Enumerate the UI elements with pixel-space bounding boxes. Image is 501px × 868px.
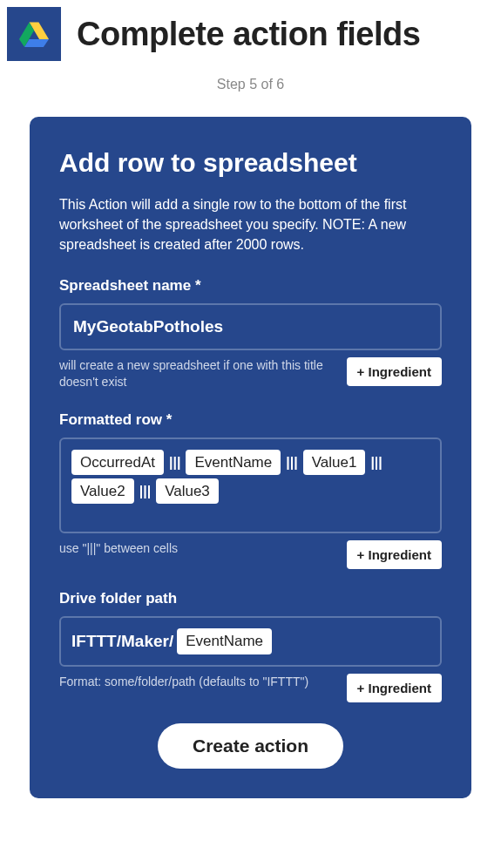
create-action-button[interactable]: Create action (158, 723, 343, 769)
separator: ||| (167, 451, 182, 474)
field-formatted-row: Formatted row * OccurredAt ||| EventName… (59, 411, 442, 569)
drive-folder-path-input[interactable]: IFTTT/Maker/ EventName (59, 616, 442, 667)
ingredient-chip[interactable]: Value1 (303, 450, 366, 475)
page-title: Complete action fields (77, 16, 420, 53)
separator: ||| (369, 451, 383, 474)
ingredient-chip[interactable]: OccurredAt (71, 450, 164, 475)
spreadsheet-name-hint: will create a new spreadsheet if one wit… (59, 357, 336, 390)
drive-folder-path-hint: Format: some/folder/path (defaults to "I… (59, 674, 336, 690)
formatted-row-hint: use "|||" between cells (59, 540, 336, 557)
ingredient-chip[interactable]: Value3 (156, 478, 219, 504)
ingredient-chip[interactable]: EventName (177, 628, 272, 654)
ingredient-chip[interactable]: EventName (186, 450, 281, 475)
formatted-row-label: Formatted row * (59, 411, 442, 429)
spreadsheet-name-input[interactable] (59, 303, 442, 350)
formatted-row-input[interactable]: OccurredAt ||| EventName ||| Value1 ||| … (59, 437, 442, 533)
separator: ||| (138, 480, 152, 503)
step-indicator: Step 5 of 6 (0, 77, 501, 92)
action-card: Add row to spreadsheet This Action will … (30, 117, 471, 798)
add-ingredient-button[interactable]: + Ingredient (347, 540, 442, 569)
card-description: This Action will add a single row to the… (59, 194, 442, 255)
add-ingredient-button[interactable]: + Ingredient (347, 357, 442, 386)
google-drive-icon (7, 7, 61, 61)
field-drive-folder-path: Drive folder path IFTTT/Maker/ EventName… (59, 590, 442, 702)
add-ingredient-button[interactable]: + Ingredient (347, 674, 442, 702)
ingredient-chip[interactable]: Value2 (71, 478, 134, 504)
card-title: Add row to spreadsheet (59, 148, 442, 179)
spreadsheet-name-label: Spreadsheet name * (59, 277, 442, 295)
field-spreadsheet-name: Spreadsheet name * will create a new spr… (59, 277, 442, 390)
drive-folder-path-label: Drive folder path (59, 590, 442, 607)
separator: ||| (284, 451, 299, 474)
path-prefix: IFTTT/Maker/ (71, 628, 173, 654)
